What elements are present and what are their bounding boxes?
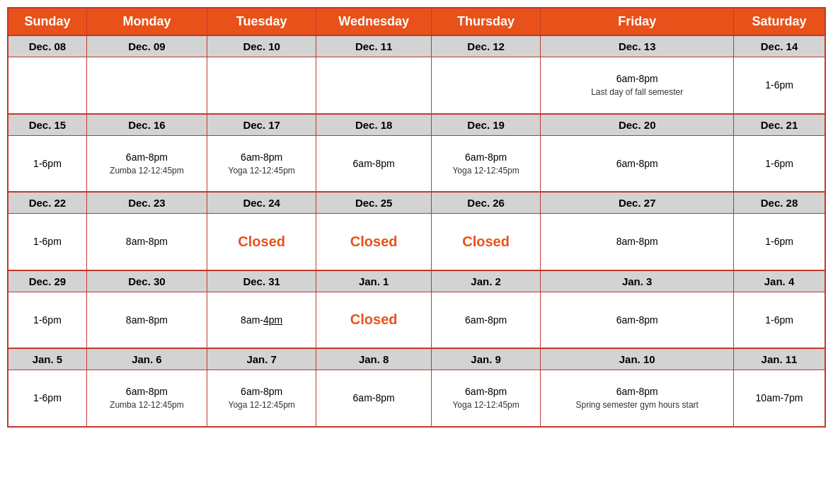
- column-header-tuesday: Tuesday: [207, 8, 316, 35]
- date-cell: Dec. 14: [734, 35, 825, 57]
- column-header-wednesday: Wednesday: [316, 8, 432, 35]
- sub-label: Yoga 12-12:45pm: [435, 166, 537, 176]
- date-cell: Dec. 15: [8, 114, 86, 136]
- sub-label: Last day of fall semester: [544, 87, 730, 97]
- date-cell: Jan. 3: [541, 270, 734, 292]
- date-cell: Dec. 31: [207, 270, 316, 292]
- hours-label: 6am-8pm: [465, 386, 507, 397]
- date-row-0: Dec. 08Dec. 09Dec. 10Dec. 11Dec. 12Dec. …: [8, 35, 825, 57]
- hours-cell: 6am-8pmYoga 12-12:45pm: [431, 135, 540, 192]
- sub-label: Yoga 12-12:45pm: [210, 166, 313, 176]
- hours-label: 1-6pm: [765, 236, 793, 247]
- hours-cell: 6am-8pm: [541, 135, 734, 192]
- date-cell: Jan. 6: [86, 348, 207, 370]
- schedule-calendar: SundayMondayTuesdayWednesdayThursdayFrid…: [7, 7, 826, 428]
- hours-cell: 6am-8pmZumba 12-12:45pm: [86, 135, 207, 192]
- date-row-3: Dec. 29Dec. 30Dec. 31Jan. 1Jan. 2Jan. 3J…: [8, 270, 825, 292]
- hours-cell: 6am-8pmLast day of fall semester: [541, 57, 734, 114]
- hours-cell: 1-6pm: [8, 370, 86, 427]
- hours-cell: [207, 57, 316, 114]
- date-cell: Dec. 17: [207, 114, 316, 136]
- hours-label: 6am-8pm: [126, 386, 168, 397]
- hours-cell: 6am-8pmYoga 12-12:45pm: [207, 370, 316, 427]
- date-cell: Dec. 20: [541, 114, 734, 136]
- date-cell: Dec. 23: [86, 192, 207, 214]
- date-cell: Jan. 7: [207, 348, 316, 370]
- hours-label: 1-6pm: [765, 158, 793, 169]
- column-header-thursday: Thursday: [431, 8, 540, 35]
- date-cell: Jan. 10: [541, 348, 734, 370]
- hours-label: 1-6pm: [33, 314, 62, 326]
- hours-label: 1-6pm: [765, 79, 793, 91]
- hours-label: 6am-8pm: [126, 151, 168, 163]
- hours-row-4: 1-6pm6am-8pmZumba 12-12:45pm6am-8pmYoga …: [8, 370, 825, 427]
- date-cell: Dec. 30: [86, 270, 207, 292]
- hours-cell: 1-6pm: [8, 214, 86, 270]
- hours-label: 6am-8pm: [353, 392, 395, 403]
- date-row-2: Dec. 22Dec. 23Dec. 24Dec. 25Dec. 26Dec. …: [8, 192, 825, 214]
- underline-time: 4pm: [263, 314, 282, 326]
- hours-label: 1-6pm: [33, 236, 62, 247]
- date-cell: Dec. 10: [207, 35, 316, 57]
- hours-cell: 8am-8pm: [86, 292, 207, 348]
- date-cell: Jan. 4: [734, 270, 825, 292]
- closed-label: Closed: [462, 234, 510, 249]
- date-cell: Jan. 2: [431, 270, 540, 292]
- hours-label: 6am-8pm: [465, 151, 507, 163]
- date-cell: Dec. 12: [431, 35, 540, 57]
- date-cell: Jan. 5: [8, 348, 86, 370]
- date-cell: Dec. 08: [8, 35, 86, 57]
- column-header-saturday: Saturday: [734, 8, 825, 35]
- hours-cell: Closed: [207, 214, 316, 270]
- hours-label: 6am-8pm: [241, 151, 282, 163]
- hours-cell: [431, 57, 540, 114]
- hours-cell: 8am-4pm: [207, 292, 316, 348]
- hours-label: 6am-8pm: [616, 386, 658, 397]
- hours-cell: 10am-7pm: [734, 370, 825, 427]
- hours-cell: [316, 57, 432, 114]
- hours-cell: 1-6pm: [734, 135, 825, 192]
- date-cell: Dec. 26: [431, 192, 540, 214]
- closed-label: Closed: [350, 311, 398, 327]
- hours-label: 1-6pm: [765, 314, 793, 326]
- hours-label: 8am-8pm: [126, 236, 168, 247]
- column-header-monday: Monday: [86, 8, 207, 35]
- hours-label: 6am-8pm: [465, 314, 507, 326]
- sub-label: Spring semester gym hours start: [544, 400, 730, 410]
- date-cell: Dec. 09: [86, 35, 207, 57]
- date-cell: Dec. 22: [8, 192, 86, 214]
- hours-cell: 1-6pm: [8, 292, 86, 348]
- date-cell: Jan. 11: [734, 348, 825, 370]
- date-cell: Dec. 24: [207, 192, 316, 214]
- hours-cell: [86, 57, 207, 114]
- hours-label: 8am-8pm: [126, 314, 168, 326]
- date-cell: Dec. 19: [431, 114, 540, 136]
- column-header-friday: Friday: [541, 8, 734, 35]
- hours-cell: 1-6pm: [734, 214, 825, 270]
- hours-cell: 1-6pm: [8, 135, 86, 192]
- hours-cell: 6am-8pmYoga 12-12:45pm: [431, 370, 540, 427]
- hours-row-1: 1-6pm6am-8pmZumba 12-12:45pm6am-8pmYoga …: [8, 135, 825, 192]
- header-row: SundayMondayTuesdayWednesdayThursdayFrid…: [8, 8, 825, 35]
- hours-cell: 6am-8pmZumba 12-12:45pm: [86, 370, 207, 427]
- hours-cell: 6am-8pm: [316, 135, 432, 192]
- hours-cell: 6am-8pm: [541, 292, 734, 348]
- sub-label: Yoga 12-12:45pm: [435, 400, 537, 410]
- date-cell: Dec. 18: [316, 114, 432, 136]
- closed-label: Closed: [238, 234, 285, 249]
- hours-row-0: 6am-8pmLast day of fall semester1-6pm: [8, 57, 825, 114]
- hours-cell: Closed: [316, 292, 432, 348]
- date-cell: Dec. 13: [541, 35, 734, 57]
- hours-cell: 8am-8pm: [541, 214, 734, 270]
- date-row-1: Dec. 15Dec. 16Dec. 17Dec. 18Dec. 19Dec. …: [8, 114, 825, 136]
- date-cell: Dec. 21: [734, 114, 825, 136]
- hours-label: 6am-8pm: [616, 73, 658, 84]
- hours-cell: 6am-8pmSpring semester gym hours start: [541, 370, 734, 427]
- sub-label: Yoga 12-12:45pm: [210, 400, 313, 410]
- closed-label: Closed: [350, 234, 398, 249]
- hours-label: 6am-8pm: [616, 314, 658, 326]
- hours-cell: 6am-8pm: [431, 292, 540, 348]
- sub-label: Zumba 12-12:45pm: [90, 166, 204, 176]
- hours-label: 8am-8pm: [616, 236, 658, 247]
- hours-cell: 6am-8pm: [316, 370, 432, 427]
